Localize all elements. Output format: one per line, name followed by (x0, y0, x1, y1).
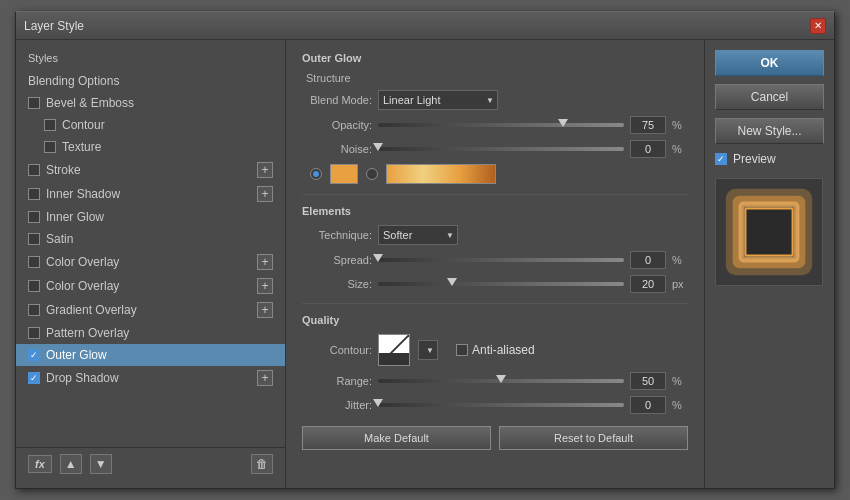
gradient-overlay-add-button[interactable]: + (257, 302, 273, 318)
sidebar-item-color-overlay2[interactable]: Color Overlay + (16, 274, 285, 298)
pattern-overlay-checkbox[interactable] (28, 327, 40, 339)
inner-shadow-label: Inner Shadow (46, 187, 120, 201)
solid-color-radio[interactable] (310, 168, 322, 180)
right-panel: OK Cancel New Style... ✓ Preview (704, 40, 834, 488)
sidebar-item-drop-shadow[interactable]: ✓ Drop Shadow + (16, 366, 285, 390)
sidebar-item-satin[interactable]: Satin (16, 228, 285, 250)
size-slider-track[interactable] (378, 282, 624, 286)
color-overlay1-checkbox[interactable] (28, 256, 40, 268)
sidebar-item-texture[interactable]: Texture (16, 136, 285, 158)
dialog-body: Styles Blending Options Bevel & Emboss C… (16, 40, 834, 488)
opacity-input[interactable] (630, 116, 666, 134)
elements-section-title: Elements (302, 205, 688, 217)
stroke-label: Stroke (46, 163, 81, 177)
outer-glow-label: Outer Glow (46, 348, 107, 362)
inner-shadow-add-button[interactable]: + (257, 186, 273, 202)
drop-shadow-checkbox[interactable]: ✓ (28, 372, 40, 384)
spread-unit: % (672, 254, 688, 266)
range-label: Range: (302, 375, 372, 387)
spread-input[interactable] (630, 251, 666, 269)
range-unit: % (672, 375, 688, 387)
opacity-slider-track[interactable] (378, 123, 624, 127)
color-row (302, 164, 688, 184)
sidebar-item-inner-shadow[interactable]: Inner Shadow + (16, 182, 285, 206)
contour-row: Contour: ▼ Anti-aliased (302, 334, 688, 366)
center-panel: Outer Glow Structure Blend Mode: Linear … (286, 40, 704, 488)
gradient-swatch[interactable] (386, 164, 496, 184)
inner-shadow-checkbox[interactable] (28, 188, 40, 200)
gradient-color-radio[interactable] (366, 168, 378, 180)
spread-slider-thumb[interactable] (373, 254, 383, 262)
size-label: Size: (302, 278, 372, 290)
opacity-slider-thumb[interactable] (558, 119, 568, 127)
sidebar-item-outer-glow[interactable]: ✓ Outer Glow (16, 344, 285, 366)
anti-alias-row: Anti-aliased (456, 343, 535, 357)
color-overlay2-checkbox[interactable] (28, 280, 40, 292)
svg-rect-5 (745, 208, 792, 255)
cancel-button[interactable]: Cancel (715, 84, 824, 110)
range-slider-thumb[interactable] (496, 375, 506, 383)
technique-dropdown[interactable]: Softer Precise (378, 225, 458, 245)
gradient-overlay-checkbox[interactable] (28, 304, 40, 316)
texture-checkbox[interactable] (44, 141, 56, 153)
preview-check-row: ✓ Preview (715, 152, 824, 166)
blend-mode-label: Blend Mode: (302, 94, 372, 106)
spread-slider-track[interactable] (378, 258, 624, 262)
sidebar-item-stroke[interactable]: Stroke + (16, 158, 285, 182)
noise-slider-thumb[interactable] (373, 143, 383, 151)
drop-shadow-add-button[interactable]: + (257, 370, 273, 386)
sidebar-item-contour[interactable]: Contour (16, 114, 285, 136)
divider1 (302, 194, 688, 195)
sidebar-item-inner-glow[interactable]: Inner Glow (16, 206, 285, 228)
blend-mode-row: Blend Mode: Linear Light Normal Screen O… (302, 90, 688, 110)
new-style-button[interactable]: New Style... (715, 118, 824, 144)
bevel-checkbox[interactable] (28, 97, 40, 109)
fx-button[interactable]: fx (28, 455, 52, 473)
size-unit: px (672, 278, 688, 290)
color-swatch[interactable] (330, 164, 358, 184)
inner-glow-checkbox[interactable] (28, 211, 40, 223)
contour-dropdown[interactable] (418, 340, 438, 360)
color-overlay2-add-button[interactable]: + (257, 278, 273, 294)
noise-slider-track[interactable] (378, 147, 624, 151)
sidebar-item-bevel[interactable]: Bevel & Emboss (16, 92, 285, 114)
color-overlay1-add-button[interactable]: + (257, 254, 273, 270)
satin-label: Satin (46, 232, 73, 246)
range-slider-container (378, 379, 624, 383)
preview-checkbox[interactable]: ✓ (715, 153, 727, 165)
delete-button[interactable]: 🗑 (251, 454, 273, 474)
contour-preview[interactable] (378, 334, 410, 366)
close-button[interactable]: ✕ (810, 18, 826, 34)
preview-canvas (715, 178, 823, 286)
range-input[interactable] (630, 372, 666, 390)
move-up-button[interactable]: ▲ (60, 454, 82, 474)
range-slider-track[interactable] (378, 379, 624, 383)
jitter-slider-thumb[interactable] (373, 399, 383, 407)
anti-aliased-checkbox[interactable] (456, 344, 468, 356)
preview-svg (716, 179, 822, 285)
contour-dropdown-wrapper: ▼ (418, 340, 438, 360)
noise-input[interactable] (630, 140, 666, 158)
size-slider-thumb[interactable] (447, 278, 457, 286)
styles-header: Styles (16, 48, 285, 70)
contour-checkbox[interactable] (44, 119, 56, 131)
sidebar-item-gradient-overlay[interactable]: Gradient Overlay + (16, 298, 285, 322)
jitter-slider-track[interactable] (378, 403, 624, 407)
size-input[interactable] (630, 275, 666, 293)
blend-mode-dropdown[interactable]: Linear Light Normal Screen Overlay (378, 90, 498, 110)
reset-to-default-button[interactable]: Reset to Default (499, 426, 688, 450)
outer-glow-checkbox[interactable]: ✓ (28, 349, 40, 361)
sidebar-item-pattern-overlay[interactable]: Pattern Overlay (16, 322, 285, 344)
sidebar-item-color-overlay1[interactable]: Color Overlay + (16, 250, 285, 274)
dialog-title: Layer Style (24, 19, 84, 33)
structure-subtitle: Structure (302, 72, 688, 84)
move-down-button[interactable]: ▼ (90, 454, 112, 474)
stroke-checkbox[interactable] (28, 164, 40, 176)
satin-checkbox[interactable] (28, 233, 40, 245)
noise-label: Noise: (302, 143, 372, 155)
make-default-button[interactable]: Make Default (302, 426, 491, 450)
ok-button[interactable]: OK (715, 50, 824, 76)
sidebar-item-blending[interactable]: Blending Options (16, 70, 285, 92)
stroke-add-button[interactable]: + (257, 162, 273, 178)
jitter-input[interactable] (630, 396, 666, 414)
